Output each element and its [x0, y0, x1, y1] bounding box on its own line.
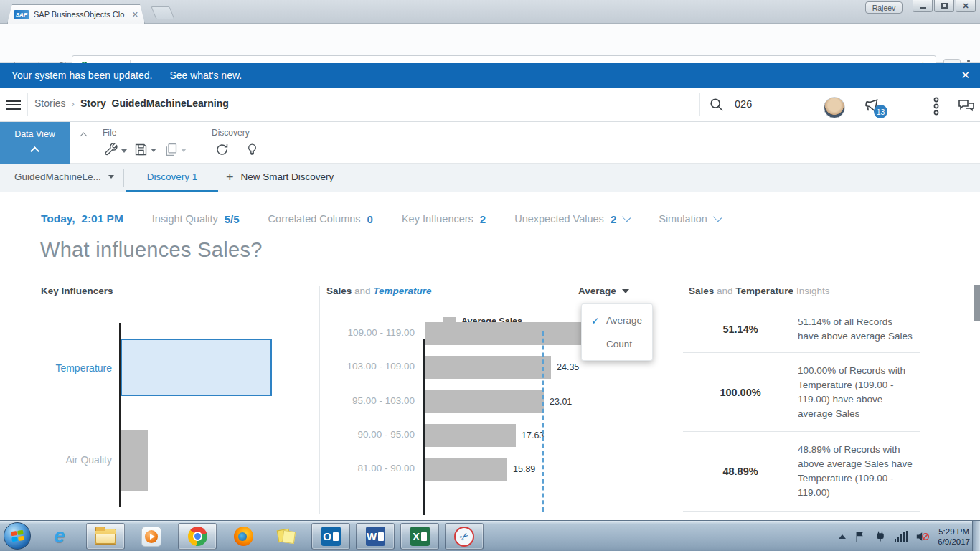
media-player-icon: [141, 527, 161, 547]
heading-sales: Sales: [689, 286, 714, 296]
taskbar-snipping-tool[interactable]: ✂: [445, 523, 484, 550]
taskbar-firefox[interactable]: [224, 523, 263, 550]
main-menu-button[interactable]: [6, 100, 21, 110]
chevron-up-icon: [30, 146, 39, 156]
menu-item-count[interactable]: Count: [582, 332, 652, 356]
heading-temperature: Temperature: [735, 286, 793, 296]
sales-bar[interactable]: [425, 458, 507, 481]
volume-muted-icon[interactable]: [915, 530, 930, 543]
taskbar-outlook[interactable]: O: [311, 523, 350, 550]
network-signal-icon[interactable]: [895, 531, 908, 542]
toolbar-divider: [199, 129, 199, 158]
save-button[interactable]: [133, 142, 156, 157]
insight-percentage: 51.14%: [683, 324, 798, 335]
chevron-down-icon[interactable]: [713, 213, 722, 222]
menu-item-average[interactable]: ✓ Average: [582, 309, 652, 332]
action-center-flag-icon[interactable]: [854, 530, 866, 543]
window-controls: Rajeev ✕: [865, 0, 976, 14]
sales-bar[interactable]: [425, 390, 544, 413]
stat-label: Key Influencers: [402, 213, 473, 225]
start-button[interactable]: [4, 522, 31, 550]
internet-explorer-icon: e: [54, 527, 65, 546]
taskbar-excel[interactable]: X: [400, 523, 439, 550]
taskbar-word[interactable]: W: [356, 523, 395, 550]
browser-tab[interactable]: SAP SAP BusinessObjects Clo ✕: [7, 4, 145, 24]
stat-simulation[interactable]: Simulation: [659, 213, 721, 225]
influencer-label-temperature[interactable]: Temperature: [26, 362, 112, 374]
new-smart-discovery-button[interactable]: + New Smart Discovery: [226, 171, 334, 182]
data-view-tab[interactable]: Data View: [0, 122, 70, 164]
tools-button[interactable]: [103, 142, 127, 158]
story-page-selector[interactable]: GuidedMachineLe...: [14, 171, 114, 182]
taskbar-windows-explorer[interactable]: [86, 523, 125, 550]
banner-message: Your system has been updated.: [11, 70, 152, 81]
search-button[interactable]: [709, 97, 725, 113]
browser-addressbar: Secure https://hcl.us2.sapbusinessobject…: [0, 24, 980, 63]
story-toolbar: Data View File Discovery: [0, 122, 980, 164]
word-icon: W: [366, 527, 385, 546]
heading-temperature-link[interactable]: Temperature: [373, 286, 431, 296]
sales-bar[interactable]: [425, 322, 592, 345]
duplicate-button[interactable]: [164, 142, 187, 157]
insight-text: 100.00% of Records with Temperature (109…: [798, 364, 920, 421]
excel-icon: X: [410, 527, 430, 546]
sticky-notes-icon: [278, 528, 295, 545]
insight-row[interactable]: 48.89% 48.89% of Records with above aver…: [683, 432, 920, 512]
minimize-button[interactable]: [913, 0, 933, 12]
discussions-button[interactable]: [957, 97, 976, 114]
rerun-discovery-button[interactable]: [215, 142, 230, 157]
dropdown-caret-icon: [151, 149, 156, 152]
screen: SAP SAP BusinessObjects Clo ✕ Rajeev ✕: [0, 0, 980, 551]
tab-discovery-1[interactable]: Discovery 1: [126, 164, 218, 192]
smart-insight-button[interactable]: [245, 142, 260, 157]
category-label: 90.00 - 95.00: [321, 429, 415, 440]
more-options-button[interactable]: [930, 97, 943, 116]
tenant-id[interactable]: 026: [735, 98, 752, 110]
taskbar-chrome[interactable]: [178, 523, 217, 550]
influencer-label-air-quality[interactable]: Air Quality: [26, 454, 112, 466]
sales-bar[interactable]: [425, 424, 516, 447]
power-plug-icon[interactable]: [874, 530, 887, 543]
chrome-icon: [188, 527, 207, 546]
content-scrollbar-thumb[interactable]: [974, 285, 980, 321]
breadcrumb-stories[interactable]: Stories: [34, 98, 66, 109]
bar-row: 15.89: [425, 458, 535, 481]
taskbar-clock[interactable]: 5:29 PM 6/9/2017: [938, 527, 970, 547]
taskbar-sticky-notes[interactable]: [267, 523, 306, 550]
bar-value-label: 17.63: [522, 430, 544, 441]
show-desktop-button[interactable]: [972, 521, 980, 551]
influencer-bar-air-quality[interactable]: [121, 430, 148, 491]
heading-and: and: [717, 286, 733, 296]
bar-row: [425, 322, 598, 345]
bar-row: 17.63: [425, 424, 544, 447]
insight-row[interactable]: 51.14% 51.14% of all Records have above …: [683, 306, 920, 353]
taskbar-internet-explorer[interactable]: e: [40, 523, 79, 550]
bar-row: 24.35: [425, 356, 579, 379]
category-label: 109.00 - 119.00: [321, 327, 415, 338]
header-divider: [27, 93, 28, 116]
stat-unexpected-values[interactable]: Unexpected Values 2: [514, 213, 630, 225]
stat-value: 2: [611, 213, 616, 225]
chevron-down-icon[interactable]: [622, 213, 631, 222]
file-group-label: File: [103, 128, 116, 138]
tab-close-icon[interactable]: ✕: [132, 10, 138, 19]
user-avatar[interactable]: [824, 97, 845, 118]
close-button[interactable]: ✕: [956, 0, 976, 12]
collapse-toolbar-icon[interactable]: [80, 133, 88, 140]
category-label: 81.00 - 90.00: [321, 463, 415, 474]
banner-close-icon[interactable]: ✕: [961, 69, 970, 82]
insight-row[interactable]: 100.00% 100.00% of Records with Temperat…: [683, 353, 920, 432]
new-smart-discovery-label: New Smart Discovery: [241, 171, 334, 182]
see-whats-new-link[interactable]: See what's new.: [169, 70, 242, 81]
maximize-button[interactable]: [934, 0, 954, 12]
aggregation-dropdown-button[interactable]: Average: [578, 286, 629, 296]
new-tab-button[interactable]: [151, 6, 174, 19]
sales-bar[interactable]: [425, 356, 551, 379]
insight-stats-row: Today, 2:01 PM Insight Quality 5/5 Corre…: [41, 212, 721, 225]
stat-insight-quality: Insight Quality 5/5: [152, 213, 240, 225]
influencer-bar-temperature[interactable]: [121, 339, 272, 396]
ie-user-button[interactable]: Rajeev: [865, 1, 903, 14]
show-hidden-icons-button[interactable]: [839, 534, 846, 539]
taskbar-media-player[interactable]: [132, 523, 171, 550]
wrench-icon: [103, 142, 119, 158]
